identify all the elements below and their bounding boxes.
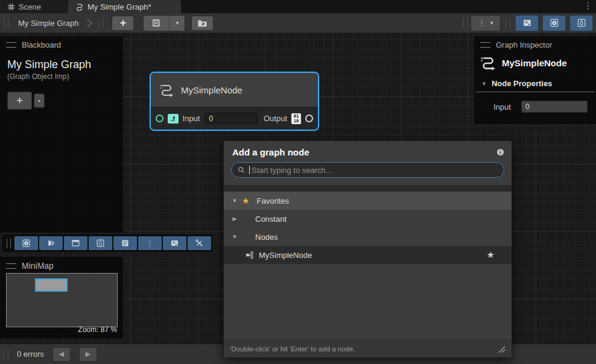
drag-handle-icon[interactable] — [6, 42, 16, 48]
binary-top: 01 — [294, 114, 299, 119]
breadcrumb-chevron-icon — [83, 18, 93, 28]
tools-button[interactable] — [188, 236, 211, 250]
node-input-label: Input — [183, 114, 200, 123]
node-output-group: Output 01 10 — [257, 107, 318, 130]
graph-tool-window: Scene My Simple Graph* ⋮ My Simple Graph… — [0, 0, 596, 364]
text-cursor — [249, 166, 250, 174]
back-arrow-icon: ◀ — [59, 350, 64, 358]
graph-asset-icon — [75, 2, 84, 11]
panels-toggle-button[interactable] — [163, 236, 186, 250]
statusbar-drag-handle[interactable] — [4, 350, 8, 359]
add-variable-dropdown[interactable]: ▾ — [34, 93, 45, 108]
inspector-input-row: Input 0 — [474, 92, 596, 113]
save-button[interactable] — [144, 16, 169, 31]
favorite-toggle-star-icon[interactable]: ★ — [487, 249, 495, 260]
error-count-label: 0 errors — [17, 350, 44, 359]
inspector-input-field[interactable]: 0 — [521, 101, 588, 113]
node-type-icon — [246, 251, 254, 259]
node-tree: ▼ ★ Favorites ▶ Constant ▼ Nodes MySimpl… — [224, 192, 512, 340]
inspector-toggle-button[interactable] — [542, 15, 566, 31]
tree-item-nodes[interactable]: ▼ Nodes — [224, 228, 512, 246]
inspector-header[interactable]: Graph Inspector — [474, 36, 596, 52]
tree-item-label: Constant — [255, 215, 287, 224]
info-toggle-button[interactable] — [14, 236, 38, 250]
blackboard-toggle-button[interactable] — [515, 15, 539, 31]
node-properties-foldout[interactable]: ▼ Node Properties — [475, 71, 595, 92]
tab-graph[interactable]: My Simple Graph* — [68, 0, 181, 13]
previous-error-button[interactable]: ◀ — [52, 347, 71, 362]
info-icon — [550, 18, 559, 28]
plus-icon: + — [16, 94, 23, 107]
inspector-node-name: MySimpleNode — [502, 58, 567, 68]
main-toolbar: My Simple Graph + ▾ ⋮ ▾ — [0, 13, 596, 33]
node-title: MySimpleNode — [181, 85, 243, 95]
grid-icon — [7, 3, 15, 11]
ports-toggle-button[interactable] — [39, 236, 63, 250]
binary-bottom: 10 — [294, 119, 299, 124]
node-properties-label: Node Properties — [492, 79, 552, 88]
tab-scene-label: Scene — [19, 2, 41, 11]
add-variable-button[interactable]: + — [7, 92, 32, 110]
blackboard-buttons: + ▾ — [0, 81, 123, 110]
options-dropdown-button[interactable]: ⋮ ▾ — [471, 15, 501, 31]
console-lines-icon — [121, 239, 130, 248]
breadcrumb[interactable]: My Simple Graph — [11, 19, 95, 28]
chevron-down-icon: ▾ — [490, 20, 493, 26]
window-toggle-button[interactable] — [64, 236, 87, 250]
save-dropdown-button[interactable]: ▾ — [169, 16, 185, 31]
chevron-down-icon: ▾ — [38, 98, 40, 104]
node-search-box[interactable] — [231, 162, 504, 178]
new-graph-button[interactable]: + — [112, 16, 134, 31]
caret-down-icon: ▼ — [231, 198, 238, 204]
caret-down-icon: ▼ — [481, 81, 487, 87]
blackboard-panel-icon — [522, 18, 532, 28]
node-output-label: Output — [264, 114, 287, 123]
dialog-divider — [224, 185, 512, 192]
minimap-header[interactable]: MiniMap — [0, 257, 123, 274]
output-port[interactable] — [305, 115, 313, 122]
info-icon — [22, 239, 31, 248]
tab-bar: Scene My Simple Graph* ⋮ — [0, 0, 596, 13]
open-asset-button[interactable] — [191, 16, 214, 31]
info-icon[interactable] — [496, 148, 504, 156]
kebab-icon: ⋮ — [147, 239, 154, 248]
inspector-header-label: Graph Inspector — [496, 40, 552, 49]
binary-type-icon: 01 10 — [291, 113, 301, 124]
next-error-button[interactable]: ▶ — [79, 347, 97, 362]
graph-node-mysimplenode[interactable]: MySimpleNode .f Input 0 Output 01 10 — [150, 72, 319, 131]
minimap-toggle-button[interactable] — [569, 15, 593, 31]
tools-icon — [195, 239, 204, 248]
minimap-viewport[interactable] — [6, 273, 118, 327]
tree-item-favorites[interactable]: ▼ ★ Favorites — [224, 192, 512, 210]
drag-handle-icon[interactable] — [6, 263, 16, 269]
search-input[interactable] — [250, 165, 498, 175]
tree-item-mysimplenode[interactable]: MySimpleNode ★ — [224, 246, 512, 264]
toolbar-separator — [506, 18, 510, 28]
tree-item-label: Favorites — [257, 196, 289, 206]
console-toggle-button[interactable] — [113, 236, 137, 250]
tree-item-label: MySimpleNode — [259, 251, 312, 260]
flame-icon — [96, 239, 105, 248]
toolbar-right-group: ⋮ ▾ — [460, 15, 596, 31]
caret-right-icon: ▶ — [231, 216, 238, 222]
minimap-option-button[interactable] — [89, 236, 112, 250]
graph-inspector-panel: Graph Inspector MySimpleNode ▼ Node Prop… — [474, 36, 596, 124]
window-menu-icon[interactable]: ⋮ — [584, 1, 592, 10]
resize-handle-icon[interactable] — [498, 345, 506, 353]
more-options-button[interactable]: ⋮ — [138, 236, 162, 250]
node-input-field[interactable]: 0 — [204, 113, 257, 124]
blackboard-header-label: Blackboard — [22, 40, 61, 49]
toolbar-drag-handle[interactable] — [7, 239, 11, 248]
tree-item-constant[interactable]: ▶ Constant — [224, 210, 512, 228]
tab-scene[interactable]: Scene — [0, 0, 68, 13]
input-port[interactable] — [156, 115, 163, 122]
window-icon — [71, 239, 80, 248]
drag-handle-icon[interactable] — [480, 42, 490, 48]
dialog-footer: 'Double-click' or hit 'Enter' to add a n… — [224, 340, 512, 357]
blackboard-panel: Blackboard My Simple Graph (Graph Object… — [0, 36, 123, 233]
toolbar-drag-handle[interactable] — [4, 18, 8, 28]
caret-down-icon: ▼ — [231, 234, 238, 240]
blackboard-header[interactable]: Blackboard — [0, 36, 123, 52]
minimap-node-rect[interactable] — [35, 278, 68, 292]
node-header[interactable]: MySimpleNode — [151, 73, 318, 107]
